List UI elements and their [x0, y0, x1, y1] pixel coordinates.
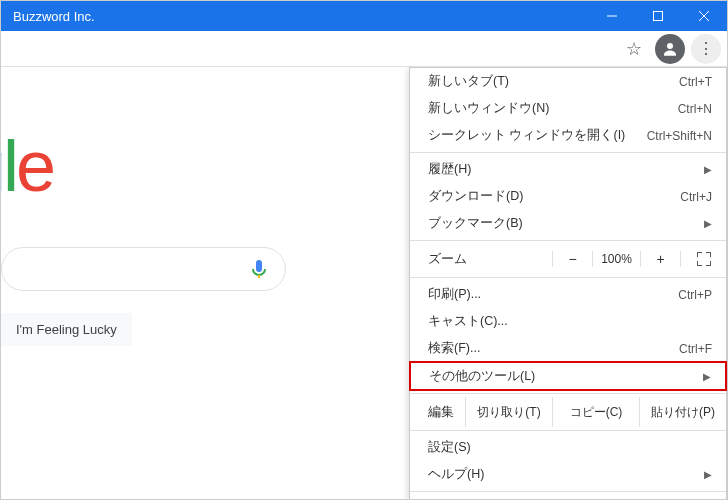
- window-minimize-button[interactable]: [589, 1, 635, 31]
- menu-item-help[interactable]: ヘルプ(H)▶: [410, 461, 726, 488]
- menu-item-find[interactable]: 検索(F)...Ctrl+F: [410, 335, 726, 362]
- zoom-in-button[interactable]: +: [640, 251, 680, 267]
- google-logo: ogle: [1, 125, 53, 207]
- svg-rect-5: [258, 275, 260, 278]
- profile-avatar-icon[interactable]: [655, 34, 685, 64]
- menu-item-incognito[interactable]: シークレット ウィンドウを開く(I)Ctrl+Shift+N: [410, 122, 726, 149]
- menu-separator: [410, 393, 726, 394]
- chevron-right-icon: ▶: [704, 218, 712, 229]
- window-title: Buzzword Inc.: [13, 9, 589, 24]
- menu-item-zoom: ズーム − 100% +: [410, 244, 726, 274]
- edit-cut-button[interactable]: 切り取り(T): [465, 397, 552, 427]
- menu-item-settings[interactable]: 設定(S): [410, 434, 726, 461]
- page-content: ogle I'm Feeling Lucky 新しいタブ(T)Ctrl+T 新し…: [1, 67, 727, 500]
- chrome-toolbar: ☆ ⋮: [1, 31, 727, 67]
- svg-rect-1: [654, 12, 663, 21]
- titlebar: Buzzword Inc.: [1, 1, 727, 31]
- svg-point-4: [667, 43, 673, 49]
- window-close-button[interactable]: [681, 1, 727, 31]
- menu-item-exit[interactable]: 終了(X): [410, 495, 726, 500]
- menu-item-history[interactable]: 履歴(H)▶: [410, 156, 726, 183]
- search-input[interactable]: [1, 247, 286, 291]
- window-maximize-button[interactable]: [635, 1, 681, 31]
- feeling-lucky-button[interactable]: I'm Feeling Lucky: [1, 313, 132, 346]
- menu-item-new-window[interactable]: 新しいウィンドウ(N)Ctrl+N: [410, 95, 726, 122]
- bookmark-star-icon[interactable]: ☆: [619, 34, 649, 64]
- menu-item-print[interactable]: 印刷(P)...Ctrl+P: [410, 281, 726, 308]
- edit-paste-button[interactable]: 貼り付け(P): [639, 397, 726, 427]
- menu-item-cast[interactable]: キャスト(C)...: [410, 308, 726, 335]
- zoom-label: ズーム: [410, 251, 552, 268]
- menu-separator: [410, 277, 726, 278]
- menu-item-bookmarks[interactable]: ブックマーク(B)▶: [410, 210, 726, 237]
- menu-separator: [410, 152, 726, 153]
- menu-item-edit: 編集 切り取り(T) コピー(C) 貼り付け(P): [410, 397, 726, 427]
- menu-separator: [410, 240, 726, 241]
- zoom-value: 100%: [592, 251, 640, 267]
- chevron-right-icon: ▶: [704, 469, 712, 480]
- menu-separator: [410, 491, 726, 492]
- menu-item-more-tools[interactable]: その他のツール(L)▶: [409, 361, 727, 391]
- edit-label: 編集: [410, 404, 465, 421]
- microphone-icon[interactable]: [247, 257, 271, 281]
- fullscreen-button[interactable]: [680, 251, 726, 267]
- menu-separator: [410, 430, 726, 431]
- chevron-right-icon: ▶: [703, 371, 711, 382]
- menu-item-downloads[interactable]: ダウンロード(D)Ctrl+J: [410, 183, 726, 210]
- menu-item-new-tab[interactable]: 新しいタブ(T)Ctrl+T: [410, 68, 726, 95]
- fullscreen-icon: [697, 252, 711, 266]
- more-vertical-icon[interactable]: ⋮: [691, 34, 721, 64]
- chevron-right-icon: ▶: [704, 164, 712, 175]
- chrome-main-menu: 新しいタブ(T)Ctrl+T 新しいウィンドウ(N)Ctrl+N シークレット …: [409, 67, 727, 500]
- edit-copy-button[interactable]: コピー(C): [552, 397, 639, 427]
- zoom-out-button[interactable]: −: [552, 251, 592, 267]
